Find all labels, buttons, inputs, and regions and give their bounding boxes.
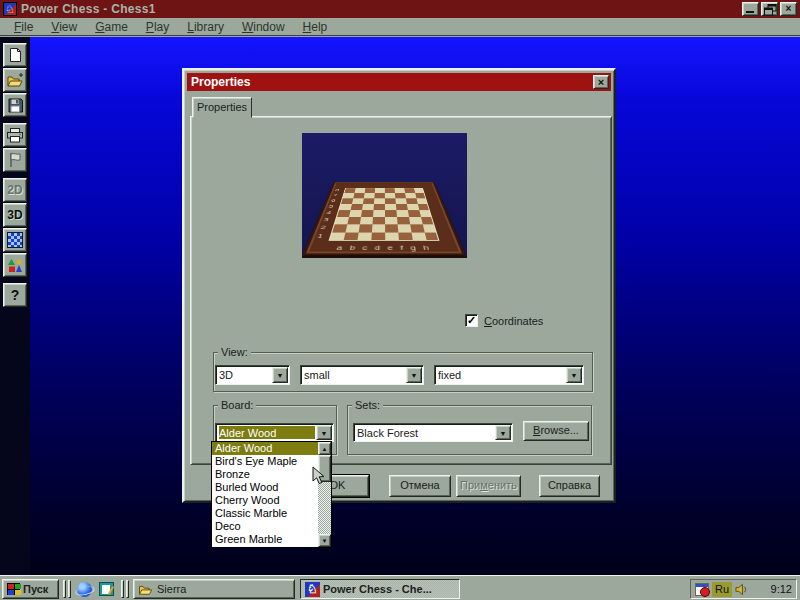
flag-icon: [8, 152, 23, 168]
chevron-down-icon[interactable]: ▼: [406, 367, 422, 383]
tab-properties[interactable]: Properties: [192, 97, 252, 118]
board-group-label: Board:: [218, 399, 256, 411]
save-button[interactable]: [3, 93, 27, 117]
open-folder-icon: [7, 73, 24, 88]
board-file-labels: a b c d e f g h: [325, 244, 443, 252]
properties-dialog: Properties × Properties 87654321 a b c d…: [182, 68, 616, 503]
cancel-button[interactable]: Отмена: [389, 475, 451, 497]
menu-game[interactable]: Game: [86, 19, 137, 35]
quicklaunch-ie-button[interactable]: [74, 580, 94, 598]
apply-button: Применить: [456, 475, 521, 497]
restore-icon: [764, 4, 777, 16]
menu-file[interactable]: File: [5, 19, 42, 35]
menu-window[interactable]: Window: [233, 19, 294, 35]
close-icon: ×: [598, 76, 604, 88]
menu-library[interactable]: Library: [178, 19, 233, 35]
clock[interactable]: 9:12: [771, 583, 792, 595]
list-item[interactable]: Bronze: [212, 468, 318, 481]
toolbar-handle[interactable]: [126, 580, 129, 598]
coordinates-label: Coordinates: [484, 315, 543, 327]
internet-explorer-icon: [77, 582, 92, 597]
list-item[interactable]: Bird's Eye Maple: [212, 455, 318, 468]
scroll-up-button[interactable]: ▲: [318, 442, 331, 455]
mouse-cursor: [312, 466, 326, 485]
new-game-button[interactable]: [3, 43, 27, 67]
task-button-power-chess[interactable]: ♘ Power Chess - Che...: [300, 579, 460, 599]
list-item[interactable]: Burled Wood: [212, 481, 318, 494]
minimize-button[interactable]: [742, 2, 759, 16]
chevron-down-icon[interactable]: ▼: [566, 367, 582, 383]
language-indicator[interactable]: Ru: [712, 582, 732, 597]
list-item[interactable]: Alder Wood: [212, 442, 318, 455]
list-item[interactable]: Green Marble: [212, 533, 318, 546]
view-camera-combobox[interactable]: fixed ▼: [434, 365, 584, 385]
view-mode-combobox[interactable]: 3D ▼: [215, 365, 290, 385]
desktop: ♘ Power Chess - Chess1 × File View Game …: [0, 0, 800, 600]
resign-button[interactable]: [3, 148, 27, 172]
start-button[interactable]: Пуск: [2, 579, 59, 599]
dialog-title: Properties: [191, 75, 250, 89]
folder-icon: [138, 583, 154, 596]
piece-style-button[interactable]: [3, 253, 27, 277]
window-titlebar: ♘ Power Chess - Chess1 ×: [0, 0, 800, 18]
board-style-button[interactable]: [3, 228, 27, 252]
menubar: File View Game Play Library Window Help: [0, 18, 800, 36]
toolbar-handle[interactable]: [63, 580, 66, 598]
left-toolbar: 2D 3D ?: [0, 37, 30, 575]
chevron-down-icon[interactable]: ▼: [316, 425, 332, 440]
help-button[interactable]: ?: [3, 283, 27, 307]
browse-button[interactable]: Browse...: [523, 421, 589, 441]
toolbar-handle[interactable]: [121, 580, 124, 598]
close-icon: ×: [786, 3, 792, 14]
open-button[interactable]: [3, 68, 27, 92]
scrollbar[interactable]: ▲ ▼: [318, 442, 331, 547]
list-item[interactable]: Deco: [212, 520, 318, 533]
view-group-label: View:: [218, 346, 251, 358]
sets-group-label: Sets:: [352, 399, 383, 411]
sets-combobox[interactable]: Black Forest ▼: [353, 423, 513, 442]
view-2d-button[interactable]: 2D: [3, 178, 27, 202]
system-tray: Ru 9:12: [690, 579, 797, 599]
list-item[interactable]: Classic Marble: [212, 507, 318, 520]
board-pattern-icon: [7, 232, 23, 248]
3d-icon: 3D: [7, 208, 22, 222]
dialog-close-button[interactable]: ×: [593, 75, 609, 89]
question-icon: ?: [11, 287, 20, 303]
scroll-down-button[interactable]: ▼: [318, 534, 331, 547]
show-desktop-icon: [99, 582, 114, 596]
arrow-up-icon: ▲: [322, 446, 328, 452]
2d-icon: 2D: [7, 183, 22, 197]
board-3d: 87654321 a b c d e f g h: [303, 182, 466, 255]
arrow-down-icon: ▼: [322, 538, 328, 544]
new-document-icon: [8, 47, 23, 63]
view-3d-button[interactable]: 3D: [3, 203, 27, 227]
menu-help[interactable]: Help: [294, 19, 337, 35]
checkmark-icon: ✓: [467, 314, 476, 326]
scheduler-tray-icon[interactable]: [695, 583, 709, 596]
toolbar-handle[interactable]: [68, 580, 71, 598]
task-button-sierra[interactable]: Sierra: [133, 579, 295, 599]
chevron-down-icon[interactable]: ▼: [272, 367, 288, 383]
board-dropdown-list: Alder Wood Bird's Eye Maple Bronze Burle…: [211, 441, 332, 548]
close-button[interactable]: ×: [780, 2, 797, 16]
view-size-combobox[interactable]: small ▼: [300, 365, 424, 385]
board-squares: [329, 188, 440, 241]
menu-view[interactable]: View: [42, 19, 86, 35]
taskbar: Пуск Sierra ♘ Power Chess - Che... Ru: [0, 575, 800, 600]
list-item[interactable]: Cherry Wood: [212, 494, 318, 507]
board-preview-image: 87654321 a b c d e f g h: [302, 133, 467, 258]
windows-logo-icon: [7, 583, 20, 595]
pieces-icon: [7, 257, 23, 273]
help-button-dialog[interactable]: Справка: [539, 475, 600, 497]
coordinates-checkbox[interactable]: ✓: [465, 314, 478, 327]
board-combobox[interactable]: Alder Wood ▼: [215, 423, 334, 442]
app-icon: ♘: [3, 2, 17, 16]
chevron-down-icon[interactable]: ▼: [495, 425, 511, 440]
quicklaunch-desktop-button[interactable]: [96, 580, 116, 598]
volume-icon[interactable]: [735, 583, 748, 596]
restore-button[interactable]: [761, 2, 778, 16]
menu-play[interactable]: Play: [137, 19, 178, 35]
print-button[interactable]: [3, 123, 27, 147]
minimize-icon: [746, 11, 754, 13]
dialog-titlebar: Properties ×: [187, 73, 611, 91]
